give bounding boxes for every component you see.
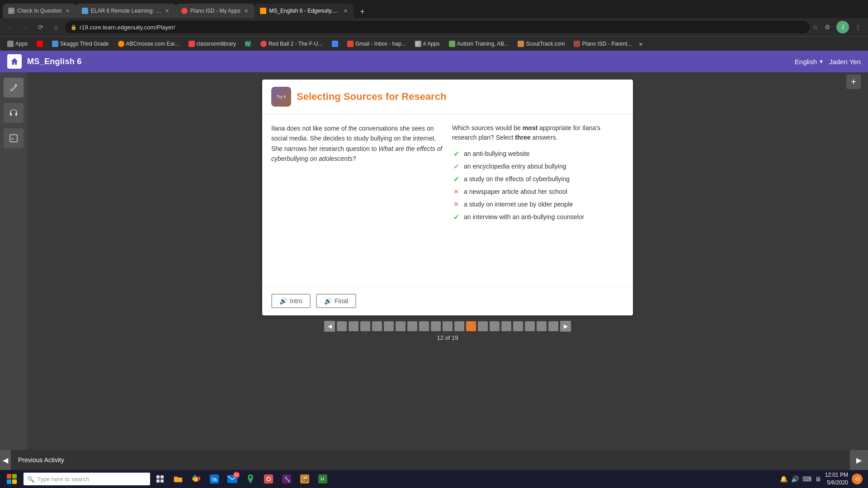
page-dot-4[interactable]: [372, 321, 382, 331]
tab-label-plano: Plano ISD - My Apps: [190, 8, 241, 14]
bookmarks-more[interactable]: »: [639, 40, 643, 47]
answer-item-3[interactable]: ✔ a study on the effects of cyberbullyin…: [452, 175, 624, 183]
language-label: English: [795, 58, 817, 66]
tab-close-ms[interactable]: ✕: [342, 8, 349, 14]
display-icon[interactable]: 🖥: [815, 475, 821, 483]
page-dot-19[interactable]: [548, 321, 558, 331]
page-dot-15[interactable]: [501, 321, 511, 331]
bookmark-word[interactable]: W: [241, 39, 255, 48]
tab-ms[interactable]: MS_English 6 - Edgenuity.com ✕: [255, 4, 354, 18]
tab-close-check[interactable]: ✕: [65, 8, 71, 14]
bookmark-gmail[interactable]: Gmail - Inbox - hap...: [344, 39, 410, 48]
dictionary-tool[interactable]: A: [4, 128, 24, 148]
tab-check[interactable]: ✓ Check In Question ✕: [3, 4, 76, 18]
pencil-tool[interactable]: [4, 78, 24, 98]
mail-icon[interactable]: 52: [224, 471, 241, 487]
bookmark-redball[interactable]: Red Ball 2 - The F-U...: [257, 39, 326, 48]
keyboard-icon[interactable]: ⌨: [802, 475, 811, 483]
answer-item-6[interactable]: ✔ an interview with an anti-bullying cou…: [452, 213, 624, 221]
answer-item-4[interactable]: ✕ a newspaper article about her school: [452, 188, 624, 196]
bookmark-plano2[interactable]: Plano ISD - Parent...: [570, 39, 635, 48]
chrome-icon[interactable]: [188, 471, 204, 487]
prev-nav-arrow[interactable]: ◀: [0, 450, 11, 470]
bookmark-redball-label: Red Ball 2 - The F-U...: [269, 41, 323, 47]
notification-icon[interactable]: 🔔: [780, 475, 788, 483]
page-dot-7[interactable]: [407, 321, 417, 331]
taskbar-search[interactable]: 🔍 Type here to search: [24, 473, 150, 485]
start-button[interactable]: [2, 470, 22, 488]
extensions-button[interactable]: ⚙: [821, 21, 834, 33]
page-dot-6[interactable]: [396, 321, 406, 331]
page-dot-1[interactable]: [337, 321, 347, 331]
answer-item-1[interactable]: ✔ an anti-bullying website: [452, 150, 624, 158]
page-dot-8[interactable]: [419, 321, 429, 331]
menu-button[interactable]: ⋮: [852, 21, 864, 33]
bookmark-youtube[interactable]: [33, 39, 47, 48]
page-dot-9[interactable]: [431, 321, 441, 331]
bookmark-apps2[interactable]: ⊞ # Apps: [411, 39, 443, 48]
page-dots: ◀ ▶: [324, 321, 571, 332]
apps2-icon: ⊞: [415, 41, 421, 47]
page-dot-12[interactable]: [466, 321, 476, 331]
home-button[interactable]: ⌂: [50, 21, 62, 33]
tab-plano[interactable]: Plano ISD - My Apps ✕: [176, 4, 255, 18]
volume-icon[interactable]: 🔊: [791, 475, 799, 483]
windows-square-2: [12, 474, 17, 479]
speaker-icon-intro: 🔊: [279, 297, 287, 305]
address-text: r19.core.learn.edgenuity.com/Player/: [80, 24, 175, 31]
pagination-prev[interactable]: ◀: [324, 321, 335, 332]
bookmark-gmail-label: Gmail - Inbox - hap...: [355, 41, 406, 47]
page-dot-17[interactable]: [525, 321, 535, 331]
green-icon[interactable]: H: [315, 471, 331, 487]
slack-icon[interactable]: 🔧: [278, 471, 295, 487]
svg-rect-4: [156, 479, 160, 483]
answer-text-5: a study on internet use by older people: [464, 201, 573, 208]
page-dot-13[interactable]: [478, 321, 488, 331]
partial-icon-2: ✔: [452, 162, 460, 170]
new-tab-button[interactable]: +: [356, 5, 368, 18]
forward-button[interactable]: →: [19, 21, 32, 33]
page-dot-11[interactable]: [454, 321, 464, 331]
profile-icon[interactable]: J: [836, 21, 849, 33]
page-dot-2[interactable]: [349, 321, 359, 331]
page-dot-3[interactable]: [360, 321, 370, 331]
previous-activity-button[interactable]: Previous Activity: [11, 450, 71, 470]
page-dot-14[interactable]: [490, 321, 500, 331]
bookmark-scout[interactable]: ScoutTrack.com: [514, 39, 568, 48]
page-dot-16[interactable]: [513, 321, 523, 331]
box-icon[interactable]: 📦: [297, 471, 313, 487]
reload-button[interactable]: ⟳: [34, 21, 47, 33]
file-explorer-icon[interactable]: [170, 471, 186, 487]
answer-item-5[interactable]: ✕ a study on internet use by older peopl…: [452, 200, 624, 208]
bookmark-gcal[interactable]: [328, 39, 342, 48]
tab-close-elar[interactable]: ✕: [164, 8, 170, 14]
address-bar[interactable]: 🔒 r19.core.learn.edgenuity.com/Player/: [65, 21, 810, 33]
page-dot-10[interactable]: [443, 321, 453, 331]
paint-icon[interactable]: [260, 471, 277, 487]
tab-close-plano[interactable]: ✕: [243, 8, 249, 14]
home-button[interactable]: [7, 54, 22, 69]
answer-text-1: an anti-bullying website: [464, 150, 530, 157]
maps-icon[interactable]: [242, 471, 259, 487]
page-dot-18[interactable]: [537, 321, 547, 331]
task-view-button[interactable]: [152, 471, 168, 487]
bookmark-autism[interactable]: Autism Training, AB...: [445, 39, 513, 48]
intro-button[interactable]: 🔊 Intro: [271, 294, 311, 308]
ms-store-icon[interactable]: 🛍: [206, 471, 222, 487]
pagination-row: ◀ ▶ 12 o: [324, 321, 571, 341]
bookmark-apps[interactable]: Apps: [4, 39, 31, 48]
language-selector[interactable]: English ▼: [795, 58, 824, 66]
final-button[interactable]: 🔊 Final: [316, 294, 356, 308]
back-button[interactable]: ←: [4, 21, 16, 33]
tab-elar[interactable]: ELAR 6 Remote Learning: Lesson... ✕: [76, 4, 176, 18]
answer-item-2[interactable]: ✔ an encyclopedia entry about bullying: [452, 162, 624, 170]
bookmark-skaggs[interactable]: Skaggs Third Grade: [48, 39, 112, 48]
next-nav-arrow[interactable]: ▶: [850, 450, 868, 470]
bookmark-abc[interactable]: ABCmouse.com Ear...: [114, 39, 183, 48]
headphones-tool[interactable]: [4, 103, 24, 123]
page-dot-5[interactable]: [384, 321, 394, 331]
bookmark-classlib[interactable]: classroomlibrary: [185, 39, 240, 48]
pagination-next[interactable]: ▶: [560, 321, 571, 332]
add-button[interactable]: +: [846, 75, 861, 89]
bookmark-star[interactable]: ☆: [812, 23, 818, 31]
